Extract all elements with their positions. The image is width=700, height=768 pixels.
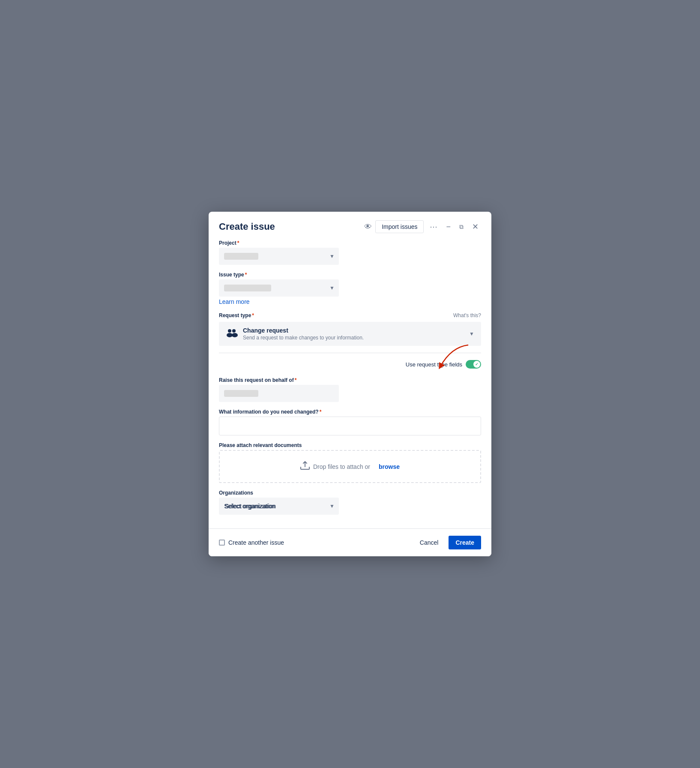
import-issues-button[interactable]: Import issues	[375, 220, 424, 233]
header-right-group: 👁 Import issues ⋯ − ⧉ ✕	[364, 220, 481, 233]
raise-behalf-input-wrapper	[219, 385, 339, 402]
request-type-field-group: Request type * What's this?	[219, 312, 481, 346]
create-another-label: Create another issue	[228, 539, 284, 546]
organizations-label: Organizations	[219, 490, 481, 496]
toggle-check-icon: ✓	[475, 362, 479, 366]
project-required: *	[237, 240, 239, 246]
request-type-title: Change request	[243, 327, 364, 334]
request-type-content: Change request Send a request to make ch…	[226, 327, 364, 341]
what-info-input[interactable]	[219, 417, 481, 435]
svg-point-0	[228, 329, 231, 333]
close-button[interactable]: ✕	[470, 220, 481, 233]
raise-behalf-label: Raise this request on behalf of *	[219, 377, 481, 383]
raise-behalf-field-group: Raise this request on behalf of *	[219, 377, 481, 402]
eye-icon[interactable]: 👁	[364, 222, 372, 231]
issue-type-select[interactable]	[219, 279, 339, 297]
section-divider	[219, 353, 481, 353]
dialog-footer: Create another issue Cancel Create	[209, 528, 491, 556]
create-issue-dialog: Create issue 👁 Import issues ⋯ − ⧉ ✕ Pro…	[209, 212, 491, 556]
whats-this-link[interactable]: What's this?	[453, 312, 481, 318]
attach-docs-field-group: Please attach relevant documents Drop fi…	[219, 442, 481, 483]
svg-point-2	[227, 333, 233, 337]
footer-left: Create another issue	[219, 539, 284, 546]
request-type-selector[interactable]: Change request Send a request to make ch…	[219, 322, 481, 346]
people-icon	[226, 328, 238, 340]
attach-text: Drop files to attach or browse	[230, 461, 470, 472]
issue-type-field-group: Issue type * ▼ Learn more	[219, 272, 481, 306]
attach-docs-label: Please attach relevant documents	[219, 442, 481, 448]
request-type-required: *	[252, 312, 254, 318]
request-type-chevron: ▼	[469, 331, 474, 337]
minimize-button[interactable]: −	[443, 221, 453, 233]
more-options-button[interactable]: ⋯	[427, 220, 440, 233]
create-button[interactable]: Create	[449, 536, 481, 549]
toggle-knob: ✓	[473, 361, 480, 368]
issue-type-label: Issue type *	[219, 272, 481, 278]
cancel-button[interactable]: Cancel	[413, 536, 446, 549]
what-info-required: *	[320, 409, 322, 415]
ellipsis-icon: ⋯	[430, 222, 437, 231]
svg-point-3	[232, 333, 238, 337]
what-info-field-group: What information do you need changed? *	[219, 409, 481, 435]
learn-more-link[interactable]: Learn more	[219, 298, 250, 305]
request-type-label: Request type *	[219, 312, 254, 318]
raise-behalf-input[interactable]	[219, 385, 339, 402]
project-label: Project *	[219, 240, 481, 246]
project-field-group: Project * ▼	[219, 240, 481, 265]
attach-dropzone[interactable]: Drop files to attach or browse	[219, 450, 481, 483]
issue-type-required: *	[245, 272, 247, 278]
dialog-header: Create issue 👁 Import issues ⋯ − ⧉ ✕	[209, 212, 491, 240]
org-select-wrapper: Select organization ▼ Select organizatio…	[219, 498, 339, 515]
expand-icon: ⧉	[459, 223, 464, 231]
upload-icon	[300, 461, 310, 472]
toggle-row: Use request type fields ✓	[219, 360, 481, 369]
toggle-label: Use request type fields	[406, 361, 462, 368]
svg-point-1	[232, 329, 236, 333]
minimize-icon: −	[446, 222, 451, 231]
request-type-label-row: Request type * What's this?	[219, 312, 481, 318]
org-select[interactable]: Select organization	[219, 498, 339, 515]
dialog-title: Create issue	[219, 221, 275, 232]
footer-right: Cancel Create	[413, 536, 481, 549]
browse-link[interactable]: browse	[379, 463, 400, 470]
request-type-dropdown[interactable]: Change request Send a request to make ch…	[219, 322, 481, 346]
raise-behalf-required: *	[295, 377, 297, 383]
create-another-checkbox[interactable]	[219, 540, 225, 546]
what-info-label: What information do you need changed? *	[219, 409, 481, 415]
drop-text: Drop files to attach or	[313, 463, 370, 470]
issue-type-select-wrapper: ▼	[219, 279, 339, 297]
project-select[interactable]	[219, 248, 339, 265]
request-type-text: Change request Send a request to make ch…	[243, 327, 364, 341]
organizations-field-group: Organizations Select organization ▼ Sele…	[219, 490, 481, 515]
project-select-wrapper: ▼	[219, 248, 339, 265]
dialog-body: Project * ▼ Issue type * ▼	[209, 240, 491, 528]
expand-button[interactable]: ⧉	[457, 222, 466, 232]
close-icon: ✕	[472, 222, 479, 231]
use-request-type-fields-toggle[interactable]: ✓	[466, 360, 481, 369]
request-type-subtitle: Send a request to make changes to your i…	[243, 335, 364, 341]
